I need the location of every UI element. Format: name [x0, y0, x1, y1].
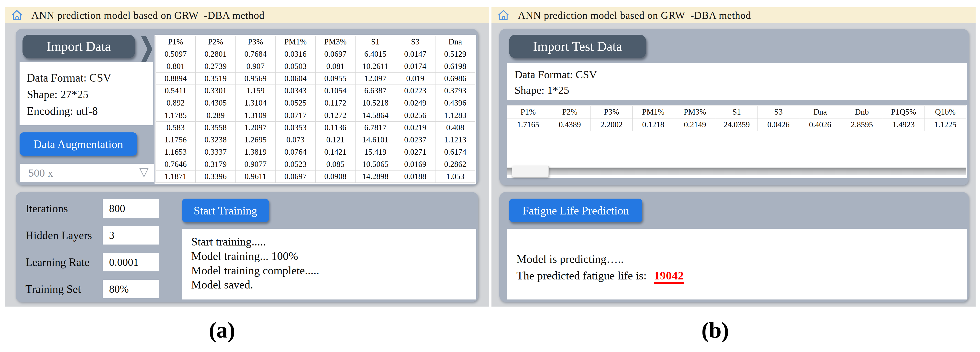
training-set-label: Training Set: [25, 280, 81, 298]
table-cell: 0.8894: [156, 73, 196, 85]
table-cell: 1.7165: [508, 119, 549, 131]
info-line: Shape: 27*25: [27, 86, 153, 103]
info-line: Data Format: CSV: [514, 67, 967, 82]
table-cell: 0.0604: [275, 73, 315, 85]
column-header: P2%: [196, 36, 235, 48]
column-header: P1%: [508, 106, 549, 119]
data-augmentation-button[interactable]: Data Augmentation: [19, 132, 137, 155]
learning-rate-input[interactable]: [103, 253, 159, 271]
table-cell: 0.0426: [757, 119, 799, 131]
scrollbar-thumb[interactable]: [512, 166, 549, 177]
log-line: Model saved.: [191, 277, 476, 292]
table-row: 0.88940.35190.95690.06040.095512.0970.01…: [156, 73, 475, 85]
table-cell: 0.0316: [275, 48, 315, 60]
table-cell: 0.3238: [196, 134, 235, 146]
table-cell: 0.019: [395, 73, 435, 85]
column-header: PM3%: [315, 36, 355, 48]
table-cell: 14.6101: [355, 134, 395, 146]
table-cell: 0.0169: [395, 158, 435, 170]
import-test-data-button[interactable]: Import Test Data: [509, 35, 646, 58]
hidden-layers-input[interactable]: [103, 226, 159, 244]
table-cell: 2.2002: [591, 119, 633, 131]
column-header: Dna: [799, 106, 841, 119]
info-line: Data Format: CSV: [27, 70, 153, 86]
iterations-label: Iterations: [25, 199, 68, 218]
training-log-output: Start training..... Model training... 10…: [182, 228, 476, 300]
table-cell: 1.3819: [235, 146, 275, 158]
table-cell: 0.0256: [395, 109, 435, 121]
table-cell: 0.6174: [435, 146, 475, 158]
training-set-input[interactable]: [103, 280, 159, 298]
log-line: Start training.....: [191, 235, 476, 249]
import-data-button[interactable]: Import Data: [22, 35, 135, 58]
horizontal-scrollbar[interactable]: [507, 168, 966, 175]
table-row: 1.16530.33371.38190.07640.142115.4190.02…: [156, 146, 475, 158]
table-cell: 0.9611: [235, 170, 275, 182]
start-training-button[interactable]: Start Training: [182, 198, 269, 222]
table-cell: 0.2149: [674, 119, 716, 131]
table-cell: 0.0219: [395, 121, 435, 134]
table-cell: 0.0503: [275, 60, 315, 73]
table-cell: 1.2695: [235, 134, 275, 146]
table-cell: 0.3179: [196, 158, 235, 170]
iterations-input[interactable]: [103, 199, 159, 218]
table-cell: 0.0525: [275, 97, 315, 109]
fatigue-life-prediction-button[interactable]: Fatigue Life Prediction: [509, 198, 642, 222]
table-cell: 0.0955: [315, 73, 355, 85]
table-cell: 0.0717: [275, 109, 315, 121]
dataset-info-box: Data Format: CSV Shape: 27*25 Encoding: …: [19, 62, 153, 125]
table-cell: 15.419: [355, 146, 395, 158]
column-header: P3%: [235, 36, 275, 48]
test-data-panel: Import Test Data Data Format: CSV Shape:…: [499, 29, 969, 185]
column-header: Q1b%: [924, 106, 966, 119]
table-cell: 1.3104: [235, 97, 275, 109]
test-data-table-container: P1%P2%P3%PM1%PM3%S1S3DnaDnbP1Q5%Q1b%1.71…: [507, 105, 967, 178]
table-row: 1.71650.43892.20020.12180.214924.03590.0…: [508, 119, 966, 131]
table-cell: 0.0697: [315, 48, 355, 60]
table-cell: 1.4923: [883, 119, 924, 131]
table-cell: 0.0249: [395, 97, 435, 109]
table-cell: 1.159: [235, 85, 275, 97]
table-row: 0.8010.27390.9070.05030.08110.26110.0174…: [156, 60, 475, 73]
home-icon[interactable]: [11, 9, 23, 21]
table-cell: 0.408: [435, 121, 475, 134]
column-header: S1: [355, 36, 395, 48]
table-cell: 0.4026: [799, 119, 841, 131]
table-row: 1.17560.32381.26950.0730.12114.61010.023…: [156, 134, 475, 146]
learning-rate-label: Learning Rate: [25, 253, 89, 271]
table-cell: 0.2801: [196, 48, 235, 60]
table-row: 0.5830.35581.20970.03530.11366.78170.021…: [156, 121, 475, 134]
window-prediction: ANN prediction model based on GRW -DBA m…: [492, 7, 975, 306]
column-header: PM3%: [674, 106, 716, 119]
table-cell: 0.892: [156, 97, 196, 109]
augment-multiplier-select[interactable]: 500 x ▽: [20, 164, 154, 182]
training-data-table-container: P1%P2%P3%PM1%PM3%S1S3Dna0.50970.28010.76…: [154, 35, 476, 184]
table-cell: 6.6387: [355, 85, 395, 97]
titlebar: ANN prediction model based on GRW -DBA m…: [5, 7, 489, 23]
prediction-result-line: The predicted fatigue life is:19042: [516, 267, 967, 284]
column-header: Dna: [435, 36, 475, 48]
column-header: PM1%: [632, 106, 674, 119]
prediction-output: Model is predicting….. The predicted fat…: [507, 228, 967, 300]
table-cell: 1.1225: [924, 119, 966, 131]
table-cell: 0.0908: [315, 170, 355, 182]
table-row: 0.50970.28010.76840.03160.06976.40150.01…: [156, 48, 475, 60]
titlebar: ANN prediction model based on GRW -DBA m…: [492, 7, 975, 23]
table-cell: 1.053: [435, 170, 475, 182]
predicting-line: Model is predicting…..: [516, 251, 967, 267]
table-cell: 0.085: [315, 158, 355, 170]
table-row: 0.8920.43051.31040.05250.117210.52180.02…: [156, 97, 475, 109]
table-cell: 0.0523: [275, 158, 315, 170]
data-table: P1%P2%P3%PM1%PM3%S1S3Dna0.50970.28010.76…: [156, 36, 475, 183]
window-training: ANN prediction model based on GRW -DBA m…: [5, 7, 489, 306]
table-cell: 0.9077: [235, 158, 275, 170]
table-cell: 0.3793: [435, 85, 475, 97]
column-header: PM1%: [275, 36, 315, 48]
table-cell: 0.0353: [275, 121, 315, 134]
table-cell: 6.4015: [355, 48, 395, 60]
table-cell: 0.907: [235, 60, 275, 73]
home-icon[interactable]: [497, 9, 509, 21]
table-cell: 0.2862: [435, 158, 475, 170]
column-header: P1%: [156, 36, 196, 48]
table-cell: 0.121: [315, 134, 355, 146]
